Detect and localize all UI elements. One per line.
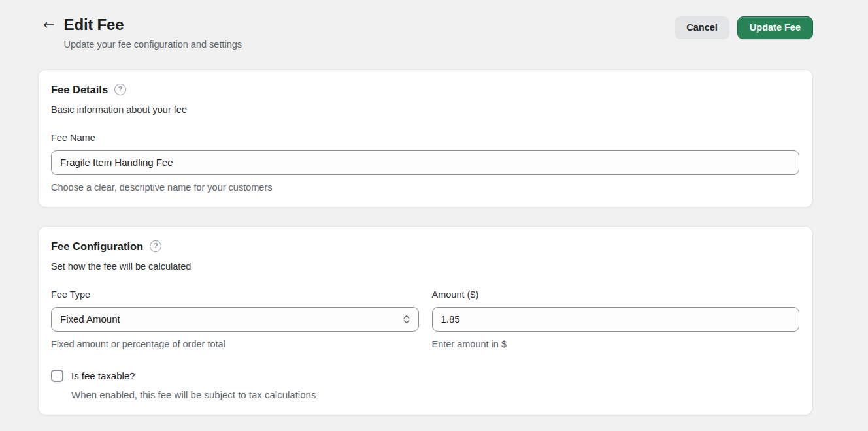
- fee-name-field-group: Fee Name Choose a clear, descriptive nam…: [51, 133, 799, 193]
- help-icon[interactable]: ?: [114, 84, 126, 95]
- amount-label: Amount ($): [432, 289, 800, 300]
- fee-details-title: Fee Details: [51, 84, 108, 96]
- edit-fee-page: ← Edit Fee Update your fee configuration…: [38, 0, 813, 415]
- back-arrow-icon[interactable]: ←: [43, 16, 55, 32]
- fee-configuration-card: Fee Configuration ? Set how the fee will…: [38, 226, 813, 415]
- taxable-section: Is fee taxable? When enabled, this fee w…: [51, 370, 799, 400]
- help-icon[interactable]: ?: [150, 240, 161, 252]
- fee-type-label: Fee Type: [51, 289, 419, 300]
- fee-type-select[interactable]: Fixed Amount: [51, 307, 419, 332]
- header-left: ← Edit Fee Update your fee configuration…: [38, 16, 242, 50]
- fee-type-field-group: Fee Type Fixed Amount Fixed amount or pe…: [51, 289, 419, 349]
- amount-input[interactable]: [432, 307, 800, 332]
- fee-name-label: Fee Name: [51, 133, 799, 143]
- cancel-button[interactable]: Cancel: [675, 16, 729, 39]
- taxable-helper: When enabled, this fee will be subject t…: [71, 389, 799, 400]
- fee-type-select-wrap: Fixed Amount: [51, 307, 419, 332]
- fee-type-helper: Fixed amount or percentage of order tota…: [51, 339, 419, 349]
- page-header: ← Edit Fee Update your fee configuration…: [38, 16, 813, 50]
- title-block: Edit Fee Update your fee configuration a…: [64, 16, 242, 50]
- fee-name-helper: Choose a clear, descriptive name for you…: [51, 182, 799, 193]
- update-fee-button[interactable]: Update Fee: [737, 16, 813, 39]
- taxable-checkbox[interactable]: [51, 370, 63, 382]
- fee-configuration-grid: Fee Type Fixed Amount Fixed amount or pe…: [51, 289, 799, 349]
- fee-details-title-row: Fee Details ?: [51, 84, 799, 96]
- taxable-label[interactable]: Is fee taxable?: [71, 370, 135, 381]
- fee-configuration-title-row: Fee Configuration ?: [51, 240, 799, 253]
- fee-details-subtitle: Basic information about your fee: [51, 104, 799, 115]
- amount-field-group: Amount ($) Enter amount in $: [432, 289, 800, 349]
- header-actions: Cancel Update Fee: [675, 16, 813, 39]
- fee-details-card: Fee Details ? Basic information about yo…: [38, 69, 813, 208]
- fee-configuration-title: Fee Configuration: [51, 240, 143, 253]
- fee-name-input[interactable]: [51, 150, 799, 175]
- page-title: Edit Fee: [64, 16, 242, 34]
- page-subtitle: Update your fee configuration and settin…: [64, 39, 242, 50]
- amount-helper: Enter amount in $: [432, 339, 800, 349]
- fee-configuration-subtitle: Set how the fee will be calculated: [51, 261, 799, 272]
- taxable-checkbox-row: Is fee taxable?: [51, 370, 799, 382]
